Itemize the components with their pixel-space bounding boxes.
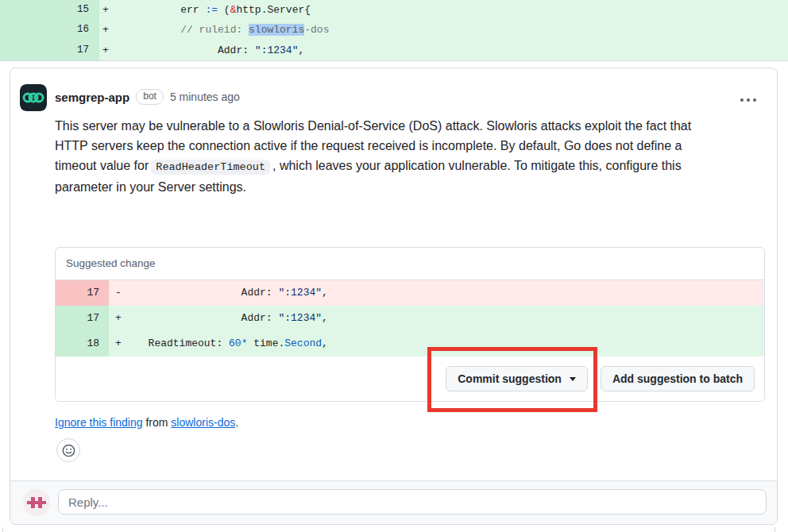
comment-options-button[interactable] <box>737 95 759 105</box>
code-segment: time. <box>247 337 284 349</box>
finding-from-text: from <box>143 416 172 429</box>
code-segment: Addr: <box>136 312 278 324</box>
code-segment: ReadHeaderTimeout <box>151 160 270 175</box>
code-segment: , <box>298 44 304 56</box>
comment-body: This server may be vulnerable to a Slowl… <box>55 116 691 197</box>
next-container-border <box>2 527 3 532</box>
diff-row: 15+ err := (&http.Server{ <box>0 0 788 20</box>
semgrep-app-avatar <box>20 84 47 111</box>
diff-sign: + <box>99 20 125 40</box>
diff-row: 17+ Addr: ":1234", <box>56 306 764 331</box>
code-segment: := <box>205 4 218 16</box>
code-segment: Addr: <box>125 44 255 56</box>
comment-header: semgrep-app bot 5 minutes ago <box>55 89 240 105</box>
next-container-border <box>774 527 775 532</box>
kebab-menu-icon <box>740 98 744 102</box>
line-number[interactable]: 17 <box>0 40 99 60</box>
diff-sign: + <box>99 0 125 20</box>
line-number: 17 <box>56 306 109 331</box>
suggested-change-title: Suggested change <box>56 248 764 280</box>
code-segment: , <box>322 337 328 349</box>
rule-link[interactable]: slowloris-dos <box>171 416 235 429</box>
bot-badge: bot <box>136 89 164 105</box>
code-segment: ":1234" <box>278 287 322 299</box>
diff-code: Readtimeout: 60* time.Second, <box>136 331 764 357</box>
code-segment: timeout value for <box>55 159 149 172</box>
add-reaction-button[interactable] <box>56 438 80 462</box>
code-segment: Readtimeout: <box>136 337 229 349</box>
semgrep-logo-icon <box>20 84 47 111</box>
diff-code: err := (&http.Server{ <box>125 0 788 20</box>
line-number[interactable]: 16 <box>0 20 99 40</box>
diff-code: Addr: ":1234", <box>136 306 764 331</box>
diff-code: Addr: ":1234", <box>125 40 788 60</box>
smiley-icon <box>62 444 75 457</box>
code-segment: -dos <box>304 24 329 36</box>
code-segment: // ruleid: <box>180 24 249 36</box>
finding-period: . <box>235 416 238 429</box>
code-segment: http.Server{ <box>236 4 311 16</box>
diff-row: 18+ Readtimeout: 60* time.Second, <box>56 331 764 357</box>
code-segment: HTTP servers keep the connection active … <box>55 139 682 152</box>
code-segment: , <box>322 287 328 299</box>
commit-suggestion-button[interactable]: Commit suggestion <box>446 366 588 391</box>
suggested-change-block: Suggested change 17- Addr: ":1234",17+ A… <box>55 247 765 402</box>
diff-code: Addr: ":1234", <box>136 280 764 306</box>
code-segment: ":1234" <box>278 312 322 324</box>
suggestion-footer: Commit suggestion Add suggestion to batc… <box>56 357 764 401</box>
code-segment: 60* <box>229 337 247 349</box>
identicon-icon <box>23 489 50 516</box>
code-segment: parameter in your Server settings. <box>55 180 246 194</box>
timestamp-link[interactable]: 5 minutes ago <box>170 91 240 103</box>
suggestion-diff: 17- Addr: ":1234",17+ Addr: ":1234",18+ … <box>56 280 764 357</box>
diff-row: 17+ Addr: ":1234", <box>0 40 788 60</box>
reply-avatar <box>23 489 50 516</box>
code-segment: This server may be vulnerable to a Slowl… <box>55 119 691 133</box>
line-number: 17 <box>56 280 109 306</box>
code-segment: slowloris <box>249 24 304 36</box>
code-segment: Second <box>284 337 322 349</box>
code-segment: ":1234" <box>255 44 299 56</box>
code-segment: Addr: <box>136 287 278 299</box>
diff-code: // ruleid: slowloris-dos <box>125 20 788 40</box>
diff-row: 17- Addr: ":1234", <box>56 280 764 306</box>
diff-sign: - <box>109 280 136 306</box>
code-segment: , which leaves your application vulnerab… <box>272 159 682 172</box>
diff-row: 16+ // ruleid: slowloris-dos <box>0 20 788 40</box>
line-number: 18 <box>56 331 109 357</box>
chevron-down-icon <box>570 377 576 384</box>
diff-sign: + <box>109 331 136 357</box>
body-line: timeout value forReadHeaderTimeout, whic… <box>55 156 691 177</box>
reply-bar <box>10 480 777 524</box>
body-line: parameter in your Server settings. <box>55 177 691 197</box>
finding-links: Ignore this finding from slowloris-dos. <box>55 416 238 429</box>
add-suggestion-to-batch-button[interactable]: Add suggestion to batch <box>601 366 755 391</box>
kebab-menu-icon <box>747 98 750 102</box>
author-link[interactable]: semgrep-app <box>55 91 129 104</box>
body-line: This server may be vulnerable to a Slowl… <box>55 116 691 136</box>
diff-sign: + <box>99 40 125 60</box>
diff-sign: + <box>109 306 136 331</box>
code-segment <box>125 24 180 36</box>
body-line: HTTP servers keep the connection active … <box>55 136 691 156</box>
code-segment: err <box>125 4 205 16</box>
reply-input[interactable] <box>58 489 767 515</box>
line-number[interactable]: 15 <box>0 0 99 20</box>
add-suggestion-label: Add suggestion to batch <box>612 372 743 385</box>
diff-context: 15+ err := (&http.Server{16+ // ruleid: … <box>0 0 788 61</box>
commit-suggestion-label: Commit suggestion <box>458 372 562 385</box>
review-comment-card: semgrep-app bot 5 minutes ago This serve… <box>10 67 778 525</box>
code-segment: , <box>322 312 328 324</box>
kebab-menu-icon <box>753 98 756 102</box>
ignore-finding-link[interactable]: Ignore this finding <box>55 416 143 429</box>
code-segment: ( <box>218 4 230 16</box>
